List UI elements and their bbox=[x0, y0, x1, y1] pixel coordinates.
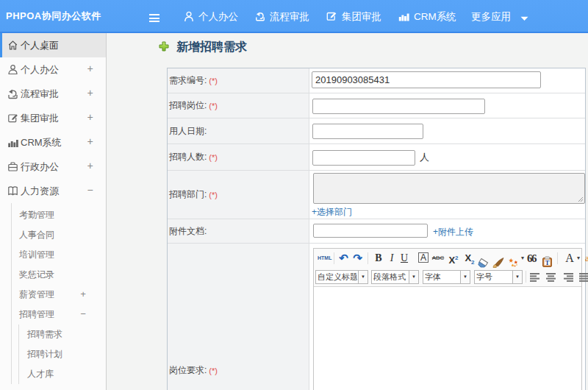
svg-text:T: T bbox=[545, 259, 550, 266]
